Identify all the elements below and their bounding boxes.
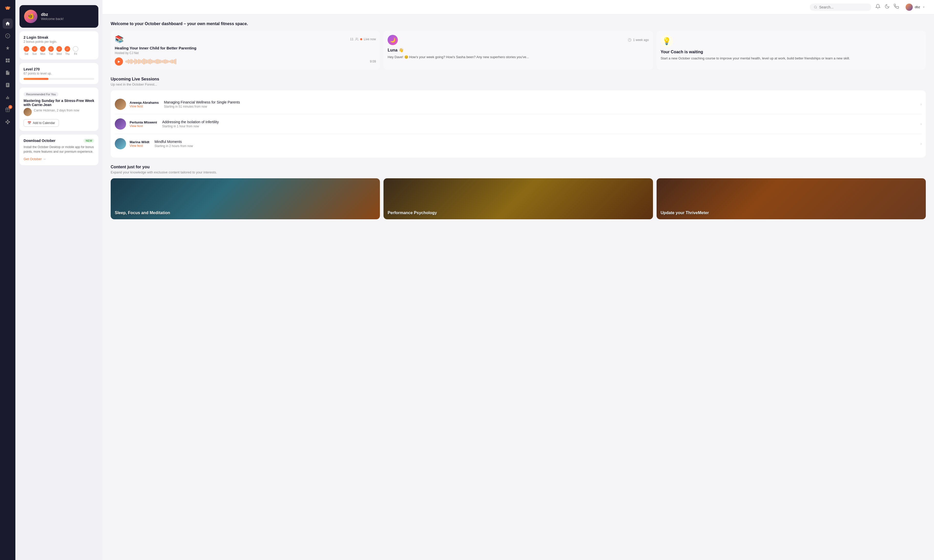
sidebar-item-book[interactable] (3, 80, 13, 90)
streak-day: ✓ Wed (56, 46, 62, 55)
content-title: Content just for you (111, 165, 926, 169)
chevron-down-icon (922, 6, 925, 9)
user-greeting: Welcome back! (41, 17, 64, 21)
content-card-1[interactable]: Sleep, Focus and Meditation (111, 178, 380, 219)
waveform-bar (142, 59, 143, 64)
chevron-right-icon-1: › (920, 102, 922, 106)
content-cards: Sleep, Focus and Meditation Performance … (111, 178, 926, 219)
content-card-2[interactable]: Performance Psychology (383, 178, 653, 219)
sidebar-item-home[interactable] (3, 18, 13, 29)
sidebar-item-document[interactable] (3, 68, 13, 78)
streak-day: Fri (73, 46, 78, 55)
download-card: Download October NEW Install the October… (20, 134, 98, 165)
luna-message: Hey Dave! 😊 How's your week going? How's… (388, 55, 649, 60)
streak-circle (73, 46, 78, 52)
session-topic-2: Addressing the Isolation of Infertility (162, 120, 920, 124)
left-panel: 🐠 dbz Welcome back! 2 Login Streak 2 bon… (15, 0, 103, 560)
svg-rect-5 (6, 61, 8, 63)
streak-circle: ✓ (48, 46, 54, 52)
waveform-bar (160, 60, 161, 63)
search-input[interactable] (819, 5, 867, 9)
podcast-title: Healing Your Inner Child for Better Pare… (115, 46, 376, 50)
waveform-bar (137, 60, 138, 63)
rec-host-name: Carrie Hickman, 2 days from now (34, 109, 79, 112)
view-host-2[interactable]: View host (129, 124, 157, 128)
listeners-count: 11 (350, 37, 354, 41)
download-title: Download October (23, 138, 55, 143)
user-avatar: 🐠 (24, 10, 37, 23)
waveform-bar (126, 60, 126, 63)
waveform-bar (128, 59, 129, 64)
session-row[interactable]: Aneeqa Abrahams View host Managing Finan… (115, 95, 922, 114)
podcast-card[interactable]: 📚 11 Live now Healing Your Inner Child f… (111, 31, 380, 70)
waveform-bar (165, 59, 166, 64)
luna-name: Luna 👋 (388, 48, 649, 52)
get-october-link[interactable]: Get October → (23, 157, 46, 161)
sidebar-item-gift[interactable]: 4 (3, 105, 13, 115)
notifications-icon[interactable] (876, 4, 880, 10)
streak-title: 2 Login Streak (23, 35, 94, 40)
search-icon (814, 5, 817, 9)
session-topic-1: Managing Financial Wellness for Single P… (164, 100, 920, 104)
waveform-bar (134, 58, 135, 64)
view-host-1[interactable]: View host (129, 105, 159, 108)
rec-avatar (23, 108, 32, 116)
svg-rect-3 (6, 58, 8, 60)
dark-mode-icon[interactable] (885, 4, 890, 10)
waveform-bar (163, 60, 163, 63)
view-host-3[interactable]: View host (129, 144, 149, 148)
session-time-1: Starting in 51 minutes from now (164, 105, 920, 108)
waveform-bar (164, 59, 165, 63)
sidebar-item-sparkle[interactable] (3, 43, 13, 53)
coach-card[interactable]: 💡 Your Coach is waiting Start a new Octo… (657, 31, 926, 70)
waveform-bar (170, 60, 171, 63)
waveform-bar (147, 60, 148, 63)
waveform (126, 58, 367, 65)
rec-host: Carrie Hickman, 2 days from now (23, 108, 94, 116)
chevron-right-icon-2: › (920, 122, 922, 126)
session-row[interactable]: Marina Wildt View host Mindful Moments S… (115, 134, 922, 154)
sidebar-item-games[interactable] (3, 117, 13, 127)
session-host-1: Aneeqa Abrahams (129, 101, 159, 105)
user-pill[interactable]: dbz (903, 3, 928, 12)
sidebar-item-compass[interactable] (3, 31, 13, 41)
waveform-bar (151, 59, 152, 63)
sidebar-item-chart[interactable] (3, 92, 13, 103)
streak-circle: ✓ (56, 46, 62, 52)
session-avatar-2 (115, 118, 126, 130)
app-logo (3, 4, 12, 13)
user-card: 🐠 dbz Welcome back! (20, 5, 98, 28)
luna-card[interactable]: 🌙 1 week ago Luna 👋 Hey Dave! 😊 How's yo… (383, 31, 653, 70)
session-time-3: Starting in 2 hours from now (154, 144, 920, 148)
streak-subtitle: 2 bonus points per login. (23, 40, 94, 43)
download-description: Install the October Desktop or mobile ap… (23, 145, 94, 154)
streak-circle: ✓ (40, 46, 46, 52)
waveform-bar (129, 60, 130, 63)
waveform-bar (159, 59, 160, 63)
search-bar[interactable] (810, 4, 871, 11)
phone-icon[interactable] (894, 4, 899, 10)
session-row[interactable]: Pertunia Mtsweni View host Addressing th… (115, 114, 922, 134)
content-label-1: Sleep, Focus and Meditation (115, 211, 170, 215)
podcast-host: Hosted by CJ Nel (115, 51, 376, 55)
play-button[interactable]: ▶ (115, 57, 123, 66)
sidebar: 4 (0, 0, 15, 560)
waveform-bar (127, 60, 128, 63)
add-calendar-button[interactable]: 📅 Add to Calendar (23, 119, 59, 127)
level-title: Level 270 (23, 67, 94, 71)
waveform-bar (154, 60, 154, 63)
waveform-bar (141, 60, 142, 63)
gift-badge: 4 (8, 105, 12, 109)
waveform-bar (150, 58, 151, 64)
live-dot (360, 38, 362, 40)
live-status: Live now (364, 37, 376, 41)
level-progress-fill (23, 78, 48, 80)
waveform-bar (131, 59, 131, 64)
waveform-bar (140, 59, 140, 63)
content-card-3[interactable]: Update your ThriveMeter (657, 178, 926, 219)
waveform-bar (162, 60, 162, 63)
content-label-3: Update your ThriveMeter (661, 211, 709, 215)
nav-user-avatar (906, 4, 913, 11)
welcome-title: Welcome to your October dashboard – your… (111, 22, 926, 26)
sidebar-item-grid[interactable] (3, 55, 13, 66)
